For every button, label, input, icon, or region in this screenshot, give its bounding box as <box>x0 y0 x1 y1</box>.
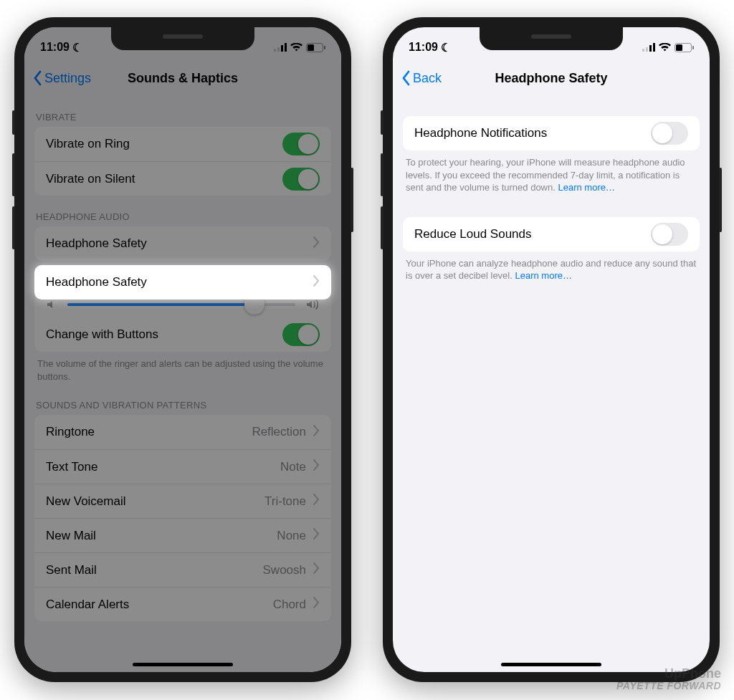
speaker-low-icon <box>46 299 57 310</box>
row-label: Vibrate on Silent <box>46 172 135 186</box>
svg-rect-12 <box>676 44 682 51</box>
notch <box>480 27 623 50</box>
back-label: Back <box>413 71 442 86</box>
row-value: Swoosh <box>263 563 306 577</box>
svg-rect-0 <box>274 49 276 52</box>
row-label: New Voicemail <box>46 494 126 509</box>
watermark-line2: PAYETTE FORWARD <box>616 681 721 691</box>
chevron-left-icon <box>400 70 411 86</box>
svg-rect-9 <box>649 45 652 52</box>
row-value: Note <box>280 460 306 474</box>
dnd-moon-icon: ☾ <box>441 41 451 54</box>
chevron-right-icon <box>313 236 320 251</box>
chevron-right-icon <box>313 425 320 440</box>
change-buttons-toggle[interactable] <box>282 323 320 346</box>
svg-rect-1 <box>277 47 280 52</box>
volume-up-button <box>12 153 15 196</box>
row-value: Chord <box>273 598 306 612</box>
vibrate-on-silent-row[interactable]: Vibrate on Silent <box>34 161 331 196</box>
notch <box>111 27 254 50</box>
row-value: None <box>277 529 306 543</box>
row-label: Sent Mail <box>46 563 97 577</box>
row-label: Headphone Safety <box>46 236 147 251</box>
new-voicemail-row[interactable]: New Voicemail Tri-tone <box>34 484 331 518</box>
dnd-moon-icon: ☾ <box>72 41 82 54</box>
nav-bar: Back Headphone Safety <box>393 60 710 96</box>
row-label: Vibrate on Ring <box>46 137 130 151</box>
volume-up-button <box>381 153 383 196</box>
vibrate-on-ring-row[interactable]: Vibrate on Ring <box>34 127 331 161</box>
svg-rect-3 <box>285 43 287 52</box>
chevron-right-icon <box>313 459 320 474</box>
row-label: Headphone Safety <box>46 275 147 289</box>
home-indicator[interactable] <box>133 663 233 666</box>
vibrate-silent-toggle[interactable] <box>282 168 320 191</box>
side-button <box>351 168 353 232</box>
battery-icon <box>675 43 694 52</box>
svg-rect-10 <box>653 43 655 52</box>
row-label: Headphone Notifications <box>414 126 547 140</box>
wifi-icon <box>290 43 302 52</box>
status-time: 11:09 <box>409 41 438 54</box>
reduce-loud-sounds-toggle[interactable] <box>651 223 688 246</box>
notifications-footer: To protect your hearing, your iPhone wil… <box>393 150 710 196</box>
battery-icon <box>306 43 325 52</box>
back-label: Settings <box>44 71 91 86</box>
silent-switch <box>381 110 383 135</box>
reduce-footer: Your iPhone can analyze headphone audio … <box>393 251 710 284</box>
sent-mail-row[interactable]: Sent Mail Swoosh <box>34 552 331 587</box>
back-button[interactable]: Settings <box>32 70 91 86</box>
vibrate-ring-toggle[interactable] <box>282 133 320 155</box>
headphone-audio-header: HEADPHONE AUDIO <box>24 196 341 226</box>
chevron-right-icon <box>313 597 320 612</box>
row-label: New Mail <box>46 529 96 543</box>
side-button <box>719 168 722 232</box>
back-button[interactable]: Back <box>400 70 442 86</box>
svg-rect-6 <box>324 46 325 49</box>
silent-switch <box>12 110 15 135</box>
svg-rect-13 <box>692 46 694 49</box>
nav-bar: Settings Sounds & Haptics <box>24 60 341 96</box>
cellular-icon <box>642 43 655 52</box>
phone-sounds-haptics: 11:09 ☾ Settings Sounds & Haptics VIBRAT… <box>14 17 351 682</box>
svg-rect-7 <box>642 49 644 52</box>
speaker-high-icon <box>305 299 320 310</box>
headphone-safety-row[interactable]: Headphone Safety <box>34 226 331 261</box>
text-tone-row[interactable]: Text Tone Note <box>34 449 331 484</box>
change-with-buttons-row[interactable]: Change with Buttons <box>34 317 331 352</box>
reduce-loud-sounds-row[interactable]: Reduce Loud Sounds <box>403 217 700 251</box>
wifi-icon <box>659 43 671 52</box>
row-label: Reduce Loud Sounds <box>414 227 532 241</box>
vibrate-header: VIBRATE <box>24 96 341 127</box>
new-mail-row[interactable]: New Mail None <box>34 518 331 552</box>
learn-more-link[interactable]: Learn more… <box>515 270 571 281</box>
footer-text: To protect your hearing, your iPhone wil… <box>406 157 685 193</box>
chevron-right-icon <box>313 562 320 577</box>
headphone-notifications-toggle[interactable] <box>651 122 688 145</box>
volume-down-button <box>381 206 383 249</box>
row-label: Text Tone <box>46 460 97 474</box>
scroll-content[interactable]: Headphone Notifications To protect your … <box>393 96 710 672</box>
calendar-alerts-row[interactable]: Calendar Alerts Chord <box>34 587 331 621</box>
ringer-footer: The volume of the ringer and alerts can … <box>24 352 341 384</box>
screen: 11:09 ☾ Back Headphone Safety Headphone … <box>393 27 710 672</box>
svg-rect-8 <box>646 47 648 52</box>
chevron-right-icon <box>313 494 320 509</box>
row-label: Ringtone <box>46 425 95 439</box>
ringtone-row[interactable]: Ringtone Reflection <box>34 415 331 449</box>
row-label: Change with Buttons <box>46 327 158 342</box>
learn-more-link[interactable]: Learn more… <box>558 182 614 193</box>
chevron-right-icon <box>313 275 320 290</box>
highlight-headphone-safety[interactable]: Headphone Safety <box>34 265 331 299</box>
svg-rect-5 <box>308 44 314 51</box>
scroll-content[interactable]: VIBRATE Vibrate on Ring Vibrate on Silen… <box>24 96 341 672</box>
row-label: Calendar Alerts <box>46 598 129 612</box>
row-value: Reflection <box>252 425 306 439</box>
volume-down-button <box>12 206 15 249</box>
headphone-notifications-row[interactable]: Headphone Notifications <box>403 116 700 150</box>
cellular-icon <box>274 43 287 52</box>
chevron-left-icon <box>32 70 43 86</box>
home-indicator[interactable] <box>501 663 601 666</box>
volume-slider[interactable] <box>67 303 295 306</box>
screen: 11:09 ☾ Settings Sounds & Haptics VIBRAT… <box>24 27 341 672</box>
